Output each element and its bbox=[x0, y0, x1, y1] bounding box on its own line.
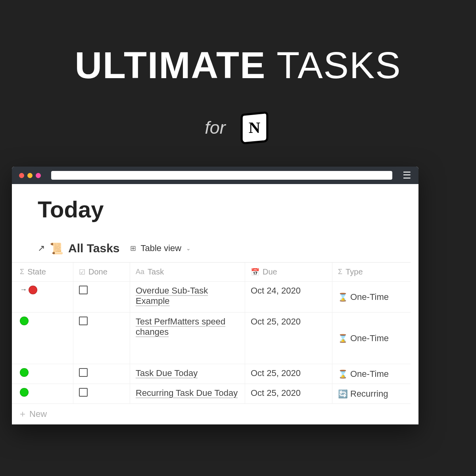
cell-due[interactable]: Oct 25, 2020 bbox=[245, 384, 332, 403]
cell-task[interactable]: Overdue Sub-Task Example bbox=[130, 282, 245, 312]
cell-state: → bbox=[12, 282, 73, 312]
cell-task[interactable]: Task Due Today bbox=[130, 364, 245, 384]
state-dot-green-icon bbox=[20, 368, 29, 377]
hourglass-icon: ⌛ bbox=[338, 369, 348, 379]
table-icon: ⊞ bbox=[130, 244, 136, 253]
scroll-icon: 📜 bbox=[50, 242, 63, 255]
state-dot-red-icon bbox=[29, 286, 37, 294]
cell-task[interactable]: Recurring Task Due Today bbox=[130, 384, 245, 403]
cell-type: ⌛One-Time bbox=[332, 313, 411, 364]
window-controls bbox=[19, 173, 41, 178]
page-title: Today bbox=[38, 196, 411, 223]
tasks-table: ΣState ☑Done AaTask 📅Due ΣType → Overdue… bbox=[12, 262, 411, 424]
for-row: for N bbox=[0, 111, 476, 144]
menu-icon[interactable]: ☰ bbox=[403, 171, 411, 180]
cell-state bbox=[12, 313, 73, 364]
formula-icon: Σ bbox=[20, 268, 24, 276]
cell-done bbox=[73, 384, 130, 403]
cell-done bbox=[73, 313, 130, 364]
page-content: Today ↗ 📜 All Tasks ⊞ Table view ⌄ ΣStat… bbox=[12, 184, 418, 424]
done-checkbox[interactable] bbox=[79, 286, 88, 294]
address-bar[interactable] bbox=[51, 171, 392, 180]
checkbox-icon: ☑ bbox=[79, 268, 85, 276]
table-row[interactable]: → Overdue Sub-Task Example Oct 24, 2020 … bbox=[12, 282, 411, 313]
recurring-icon: 🔄 bbox=[338, 389, 348, 399]
cell-task[interactable]: Test PerfMatters speed changes bbox=[130, 313, 245, 364]
col-header-task[interactable]: AaTask bbox=[130, 263, 245, 281]
svg-text:N: N bbox=[249, 119, 260, 136]
table-header-row: ΣState ☑Done AaTask 📅Due ΣType bbox=[12, 263, 411, 282]
state-dot-green-icon bbox=[20, 388, 29, 397]
text-icon: Aa bbox=[136, 268, 144, 276]
titlebar: ☰ bbox=[12, 167, 418, 184]
cell-type: ⌛One-Time bbox=[332, 364, 411, 384]
subtask-arrow-icon: → bbox=[20, 286, 27, 294]
cell-done bbox=[73, 282, 130, 312]
chevron-down-icon[interactable]: ⌄ bbox=[186, 245, 191, 251]
minimize-dot-icon[interactable] bbox=[27, 173, 33, 178]
hourglass-icon: ⌛ bbox=[338, 334, 348, 343]
database-title[interactable]: All Tasks bbox=[68, 242, 120, 255]
hero-banner: ULTIMATE TASKS for N bbox=[0, 0, 476, 144]
table-row[interactable]: Test PerfMatters speed changes Oct 25, 2… bbox=[12, 313, 411, 364]
plus-icon: + bbox=[20, 409, 25, 420]
hourglass-icon: ⌛ bbox=[338, 292, 348, 302]
hero-title: ULTIMATE TASKS bbox=[0, 44, 476, 87]
col-header-state[interactable]: ΣState bbox=[12, 263, 73, 281]
table-row[interactable]: Recurring Task Due Today Oct 25, 2020 🔄R… bbox=[12, 384, 411, 404]
col-header-type[interactable]: ΣType bbox=[332, 263, 411, 281]
notion-logo-icon: N bbox=[238, 111, 271, 144]
cell-due[interactable]: Oct 25, 2020 bbox=[245, 313, 332, 364]
done-checkbox[interactable] bbox=[79, 388, 88, 397]
cell-type: 🔄Recurring bbox=[332, 384, 411, 403]
cell-due[interactable]: Oct 25, 2020 bbox=[245, 364, 332, 384]
state-dot-green-icon bbox=[20, 317, 29, 325]
app-window: ☰ Today ↗ 📜 All Tasks ⊞ Table view ⌄ ΣSt… bbox=[12, 167, 418, 424]
hero-title-bold: ULTIMATE bbox=[75, 44, 266, 86]
close-dot-icon[interactable] bbox=[19, 173, 24, 178]
open-link-icon[interactable]: ↗ bbox=[38, 243, 45, 253]
cell-state bbox=[12, 384, 73, 403]
col-header-done[interactable]: ☑Done bbox=[73, 263, 130, 281]
formula-icon: Σ bbox=[338, 268, 342, 276]
table-row[interactable]: Task Due Today Oct 25, 2020 ⌛One-Time bbox=[12, 364, 411, 384]
done-checkbox[interactable] bbox=[79, 368, 88, 377]
calendar-icon: 📅 bbox=[251, 268, 259, 276]
cell-type: ⌛One-Time bbox=[332, 282, 411, 312]
for-text: for bbox=[205, 117, 226, 138]
hero-title-light: TASKS bbox=[276, 44, 401, 86]
maximize-dot-icon[interactable] bbox=[36, 173, 41, 178]
view-controls: ↗ 📜 All Tasks ⊞ Table view ⌄ bbox=[38, 242, 411, 255]
cell-due[interactable]: Oct 24, 2020 bbox=[245, 282, 332, 312]
col-header-due[interactable]: 📅Due bbox=[245, 263, 332, 281]
cell-done bbox=[73, 364, 130, 384]
cell-state bbox=[12, 364, 73, 384]
view-mode-selector[interactable]: Table view bbox=[141, 243, 182, 253]
done-checkbox[interactable] bbox=[79, 317, 88, 325]
new-row-button[interactable]: + New bbox=[12, 404, 411, 424]
